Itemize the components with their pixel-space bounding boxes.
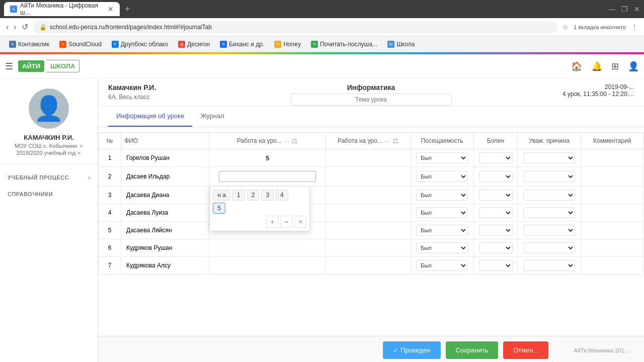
reason-select[interactable]: Да [523,225,575,236]
close-icon[interactable]: ✕ [634,5,640,13]
grade-option-1[interactable]: 1 [232,190,245,201]
cell-sick[interactable]: Да [473,187,518,204]
grade-option-4[interactable]: 4 [276,190,288,201]
cell-attendance[interactable]: БылНе был [411,257,473,275]
year-close-btn[interactable]: ✕ [77,150,81,156]
back-btn[interactable]: ‹ [6,23,9,32]
attendance-select[interactable]: БылНе был [416,190,468,201]
maximize-icon[interactable]: ❐ [621,5,628,13]
reason-select[interactable]: Да [523,171,575,182]
cell-comment[interactable] [581,149,643,167]
school-close-btn[interactable]: ✕ [79,143,83,149]
reason-select[interactable]: Да [523,242,575,253]
bookmark-design[interactable]: Д Десигон [174,39,214,49]
attendance-select[interactable]: БылНе был [416,171,468,182]
cell-attendance[interactable]: БылНе был [411,187,473,204]
sidebar-item-spravochniki[interactable]: СПРАВОЧНИКИ [0,186,98,202]
tab-info[interactable]: Информация об уроке [108,106,192,127]
cell-attendance[interactable]: БылНе был [411,204,473,222]
attendance-select[interactable]: Был Не был [416,152,468,163]
conducted-btn[interactable]: ✓ Проведен [383,341,440,359]
sick-select[interactable]: Да [479,171,513,182]
grid-icon[interactable]: ⊞ [611,61,619,72]
sick-select[interactable]: Да [479,260,513,271]
attendance-select[interactable]: БылНе был [416,225,468,236]
cell-grade2[interactable] [326,149,411,167]
save-btn[interactable]: Сохранить [446,341,499,359]
cell-grade2[interactable] [326,167,411,187]
profile-icon[interactable]: 👤 [628,61,639,72]
cell-attendance[interactable]: Был Не был [411,149,473,167]
cell-sick[interactable]: Да [473,222,518,239]
sick-select[interactable]: Да [479,225,513,236]
reason-select[interactable]: Да [523,152,575,163]
cell-reason[interactable]: Да [518,187,581,204]
cell-comment[interactable] [581,257,643,275]
cancel-btn[interactable]: Отмен... [503,341,548,359]
cell-comment[interactable] [581,239,643,257]
bookmark-school[interactable]: Ш Школа [383,39,419,49]
bookmark-star-icon[interactable]: ☆ [562,23,569,31]
bookmark-kontaklik[interactable]: К Контакклик [5,39,53,49]
work2-dots-btn[interactable]: ··· [384,137,390,145]
cell-grade2[interactable] [326,222,411,239]
cell-attendance[interactable]: БылНе был [411,239,473,257]
grade-option-5[interactable]: 5 [213,203,225,214]
grade-option-na[interactable]: н а [213,190,230,201]
tab-journal[interactable]: Журнал [192,106,232,127]
cell-attendance[interactable]: БылНе был [411,167,473,187]
cell-reason[interactable]: Да [518,167,581,187]
work1-scale-icon[interactable]: ⚖ [291,137,298,145]
grade-option-2[interactable]: 2 [247,190,260,201]
minimize-icon[interactable]: — [608,5,615,13]
grade-clear-btn[interactable]: × [294,216,306,228]
sidebar-item-uchebny[interactable]: УЧЕБНЫЙ ПРОЦЕСС ‹ [0,169,98,186]
cell-reason[interactable]: Да [518,257,581,275]
grade-option-3[interactable]: 3 [261,190,274,201]
sick-select[interactable]: Да [479,190,513,201]
sick-select[interactable]: Да [479,207,513,218]
bookmark-soundcloud[interactable]: S SoundCloud [55,39,106,49]
cell-grade1-editing[interactable]: н а 1 2 3 4 5 [209,167,326,187]
cell-comment[interactable] [581,187,643,204]
forward-btn[interactable]: › [14,23,16,32]
cell-grade2[interactable] [326,204,411,222]
attendance-select[interactable]: БылНе был [416,207,468,218]
cell-reason[interactable]: Да [518,222,581,239]
cell-grade2[interactable] [326,257,411,275]
topic-input[interactable] [291,94,452,106]
cell-comment[interactable] [581,204,643,222]
grade-minus-btn[interactable]: − [280,216,292,228]
work1-dots-btn[interactable]: ··· [284,137,290,145]
reason-select[interactable]: Да [523,190,575,201]
cell-attendance[interactable]: БылНе был [411,222,473,239]
cell-grade2[interactable] [326,239,411,257]
cell-grade1[interactable]: 5 [209,149,326,167]
url-bar[interactable]: 🔒 school.edu-penza.ru/frontend/pages/ind… [33,21,557,34]
cell-sick[interactable]: Да [473,239,518,257]
cell-reason[interactable]: Да [518,204,581,222]
new-tab-btn[interactable]: + [125,4,130,15]
cell-grade2[interactable] [326,187,411,204]
cell-reason[interactable]: Да [518,149,581,167]
bookmark-honey[interactable]: H Honey [270,39,305,49]
cell-comment[interactable] [581,222,643,239]
grade-plus-btn[interactable]: + [266,216,278,228]
grade-text-input[interactable] [219,171,316,182]
browser-tab[interactable]: A АйТи Механика - Цифровая ш... ✕ [4,2,120,16]
work2-scale-icon[interactable]: ⚖ [392,137,399,145]
bookmark-read[interactable]: П Почитать-послуша... [307,39,381,49]
bookmark-behance[interactable]: B Биханс и др. [216,39,268,49]
cell-sick[interactable]: Да [473,167,518,187]
sick-select[interactable]: Да [479,152,513,163]
bookmark-dropbox[interactable]: D Друпбокс облако [108,39,172,49]
cell-sick[interactable]: Да [473,149,518,167]
home-icon[interactable]: 🏠 [571,61,582,72]
notification-icon[interactable]: 🔔 [591,61,602,72]
reason-select[interactable]: Да [523,260,575,271]
reason-select[interactable]: Да [523,207,575,218]
cell-grade1[interactable] [209,257,326,275]
cell-sick[interactable]: Да [473,204,518,222]
extensions-icon[interactable]: ⋮ [631,23,638,31]
sick-select[interactable]: Да [479,242,513,253]
